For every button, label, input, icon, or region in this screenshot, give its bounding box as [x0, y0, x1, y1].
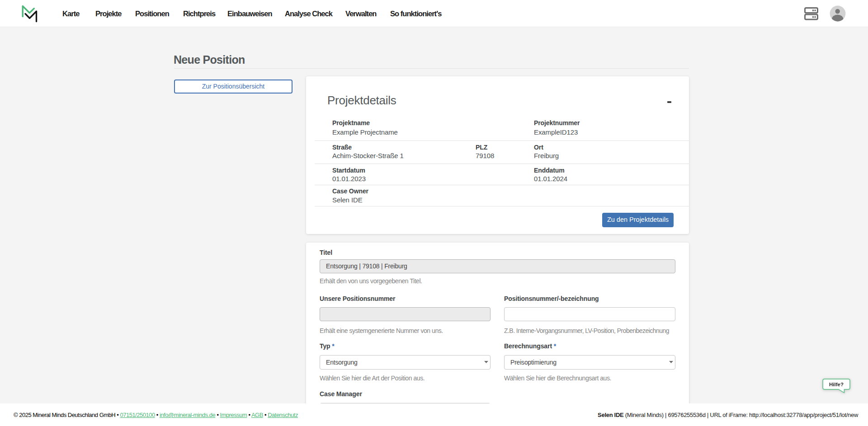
- svg-text:Hilfe?: Hilfe?: [829, 382, 844, 387]
